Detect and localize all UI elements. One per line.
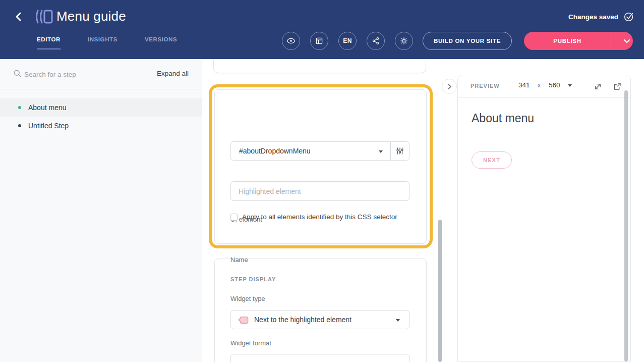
expand-arrows-icon (594, 82, 602, 91)
chevron-down-icon (396, 319, 400, 322)
editor-preview-divider (444, 59, 444, 362)
gear-icon (399, 36, 408, 45)
expand-all-link[interactable]: Expand all (157, 70, 189, 77)
tab-insights[interactable]: INSIGHTS (88, 36, 118, 49)
step-label: About menu (28, 104, 67, 112)
highlighted-element-name-input[interactable] (230, 181, 409, 201)
tab-editor[interactable]: EDITOR (37, 36, 61, 49)
step-search-row: Expand all (0, 59, 202, 89)
editor-scrollbar[interactable] (438, 220, 442, 362)
publish-divider (611, 32, 611, 50)
build-on-your-site-button[interactable]: BUILD ON YOUR SITE (423, 32, 512, 50)
widget-type-value: Next to the highlighted element (254, 316, 352, 324)
search-icon (13, 69, 22, 78)
name-label: Name (230, 256, 248, 264)
widget-format-select[interactable]: Light (230, 354, 409, 362)
tab-versions[interactable]: VERSIONS (145, 36, 177, 49)
language-label: EN (343, 37, 352, 44)
layout-button[interactable] (310, 32, 328, 50)
preview-eye-button[interactable] (282, 32, 300, 50)
section-title-step-display: STEP DISPLAY (230, 276, 276, 282)
header-icon-buttons: EN (282, 32, 413, 50)
ui-element-value: #aboutDropdownMenu (239, 147, 311, 155)
eye-icon (286, 36, 296, 46)
publish-dropdown-button[interactable] (616, 32, 638, 50)
preview-scrollbar[interactable] (624, 90, 628, 361)
step-status-dot (18, 106, 21, 109)
preview-height-value[interactable]: 560 (549, 81, 560, 89)
step-status-dot (18, 124, 21, 127)
layout-icon (315, 36, 324, 45)
back-button[interactable] (12, 10, 25, 23)
step-item-untitled-step[interactable]: Untitled Step (0, 117, 202, 135)
page-title: Menu guide (56, 9, 126, 24)
publish-button[interactable]: PUBLISH (524, 32, 633, 50)
header-tabs: EDITOR INSIGHTS VERSIONS (37, 36, 177, 49)
steps-sidebar: Expand all About menu Untitled Step (0, 59, 202, 362)
changes-saved-status: Changes saved (568, 11, 634, 22)
share-button[interactable] (367, 32, 385, 50)
step-item-about-menu[interactable]: About menu (0, 98, 202, 117)
widget-type-label: Widget type (230, 295, 265, 302)
chevron-right-icon (447, 83, 452, 90)
app-header: Menu guide EDITOR INSIGHTS VERSIONS EN (0, 0, 644, 59)
settings-button[interactable] (395, 32, 413, 50)
preview-fullscreen-button[interactable] (592, 81, 603, 92)
step-search-input[interactable] (24, 67, 120, 81)
step-label: Untitled Step (28, 122, 69, 130)
highlighted-element-card: HIGHLIGHTED ELEMENT UI element #aboutDro… (214, 89, 427, 244)
chevron-down-icon (623, 39, 630, 43)
publish-label: PUBLISH (524, 32, 611, 50)
guide-logo-icon (33, 8, 53, 26)
sliders-icon (395, 146, 404, 156)
chevron-down-icon (379, 150, 383, 153)
preview-title: PREVIEW (471, 83, 500, 89)
preview-panel: PREVIEW 341 x 560 About menu NEXT (457, 75, 631, 362)
apply-to-all-row: Apply to all elements identified by this… (230, 213, 397, 221)
tooltip-widget-icon (238, 315, 249, 325)
changes-saved-label: Changes saved (568, 13, 618, 21)
step-display-card: STEP DISPLAY Widget type Next to the hig… (214, 258, 427, 362)
apply-to-all-checkbox[interactable] (230, 214, 238, 221)
collapse-preview-button[interactable] (442, 79, 457, 94)
widget-format-label: Widget format (230, 339, 271, 347)
language-button[interactable]: EN (338, 32, 357, 50)
share-icon (371, 36, 380, 45)
apply-to-all-label: Apply to all elements identified by this… (242, 213, 397, 221)
external-link-icon (613, 82, 621, 91)
step-list: About menu Untitled Step (0, 98, 202, 135)
preview-header: PREVIEW 341 x 560 (458, 75, 630, 98)
open-in-new-window-button[interactable] (611, 81, 622, 92)
preview-next-button[interactable]: NEXT (472, 151, 512, 169)
widget-type-select[interactable]: Next to the highlighted element (230, 310, 409, 329)
check-circle-icon (623, 11, 634, 22)
preview-step-title: About menu (472, 112, 534, 125)
ui-element-select[interactable]: #aboutDropdownMenu (230, 141, 390, 161)
back-chevron-icon (15, 12, 23, 22)
preview-dimension-separator: x (538, 82, 541, 89)
preview-size-dropdown[interactable] (568, 84, 572, 87)
element-picker-settings-button[interactable] (390, 141, 409, 161)
preview-width-value[interactable]: 341 (518, 81, 530, 89)
